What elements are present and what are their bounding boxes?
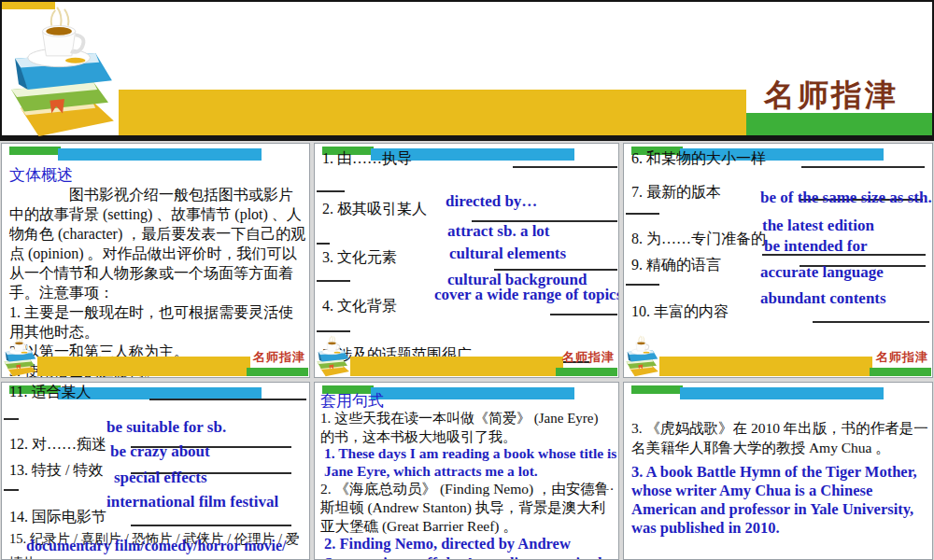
phrase-question: 2. 极其吸引某人 (322, 200, 427, 219)
blank-line (813, 321, 929, 323)
blank-fragment (4, 489, 19, 491)
blank-line (513, 166, 617, 168)
phrase-question: 3. 文化元素 (322, 248, 397, 268)
phrase-question: 6. 和某物的大小一样 (631, 149, 766, 169)
overview-intro: 图书影视介绍一般包括图书或影片中的故事背景 (setting) 、故事情节 (p… (9, 185, 306, 302)
blank-fragment (317, 190, 345, 192)
pattern-chinese: 1. 这些天我在读一本叫做《简爱》 (Jane Eyre) 的书，这本书极大地吸… (320, 409, 616, 446)
footer-brand: 名师指津 (253, 349, 305, 366)
footer-brand: 名师指津 (562, 349, 615, 366)
blank-fragment (626, 284, 659, 286)
phrase-answer: be intended for (764, 237, 868, 256)
phrase-answer: directed by… (446, 192, 537, 211)
brand-title: 名师指津 (764, 75, 934, 117)
header-bar-blue (680, 387, 884, 399)
phrase-answer: the latest edition (762, 217, 874, 235)
phrase-answer: accurate language (760, 263, 884, 282)
books-coffee-logo-icon (2, 335, 39, 377)
panel-phrases-6-10: 6. 和某物的大小一样 7. 最新的版本 be of the same size… (623, 143, 933, 378)
overview-note: 1. 主要是一般现在时，也可根据需要灵活使用其他时态。 (9, 302, 306, 342)
blank-line (149, 399, 306, 400)
panel-style-overview: 文体概述 图书影视介绍一般包括图书或影片中的故事背景 (setting) 、故事… (1, 143, 310, 378)
books-coffee-logo-icon (4, 6, 123, 138)
phrase-answer: cover a wide range of topics (434, 286, 619, 304)
panel-tiger-mother: 3. 《虎妈战歌》在 2010 年出版，书的作者是一名美籍华人耶鲁大学的教授 A… (623, 382, 933, 560)
phrase-question: 13. 特技 / 特效 (9, 461, 103, 481)
phrase-question: 10. 丰富的内容 (631, 302, 729, 322)
phrase-question: 9. 精确的语言 (631, 256, 721, 275)
pattern-english: 2. Finding Nemo, directed by Andrew Stan… (324, 534, 617, 560)
phrase-answer: be suitable for sb. (106, 418, 226, 437)
pattern-english: 1. These days I am reading a book whose … (324, 444, 619, 480)
phrase-answer: be crazy about (110, 442, 210, 461)
panel-phrases-11-15: 11. 适合某人 be suitable for sb. 12. 对……痴迷 b… (1, 382, 310, 560)
phrase-answer: international film festival (106, 493, 278, 511)
header-bar-blue (371, 387, 574, 399)
panel-sentence-patterns: 套用句式 1. 这些天我在读一本叫做《简爱》 (Jane Eyre) 的书，这本… (314, 382, 619, 560)
phrase-answer: documentary film/comedy/horror movie/ (26, 538, 286, 554)
pattern-chinese: 3. 《虎妈战歌》在 2010 年出版，书的作者是一名美籍华人耶鲁大学的教授 A… (631, 418, 928, 457)
blank-line (550, 314, 617, 315)
phrase-question: 情片 (9, 554, 36, 560)
pattern-english: 3. A book Battle Hymn of the Tiger Mothe… (631, 463, 928, 538)
pattern-chinese: 2. 《海底总动员》 (Finding Nemo) ，由安德鲁·斯坦顿 (And… (320, 480, 617, 536)
top-banner: 名师指津 (0, 0, 934, 141)
books-coffee-logo-icon (315, 335, 352, 377)
footer-green-bar (556, 368, 617, 376)
footer-yellow-bar (37, 357, 250, 376)
slides-grid: 文体概述 图书影视介绍一般包括图书或影片中的故事背景 (setting) 、故事… (0, 141, 934, 560)
phrase-question: 1. 由……执导 (322, 149, 412, 169)
header-bar-blue (58, 148, 262, 161)
phrase-answer: abundant contents (760, 289, 886, 308)
header-bar-green (9, 147, 61, 155)
phrase-answer: cultural elements (449, 245, 566, 263)
footer-yellow-bar (659, 357, 872, 376)
phrase-question: 14. 国际电影节 (9, 508, 106, 527)
phrase-question: 4. 文化背景 (322, 297, 397, 316)
panel-phrases-1-5: 1. 由……执导 directed by… 2. 极其吸引某人 attract … (314, 143, 619, 378)
phrase-question: 7. 最新的版本 (631, 183, 721, 203)
blank-line (801, 166, 925, 168)
section-title: 文体概述 (9, 164, 73, 186)
phrase-answer: be of the same size as sth. (760, 189, 932, 207)
banner-yellow-bar (119, 90, 746, 135)
header-bar-green (631, 385, 683, 394)
books-coffee-logo-icon (624, 335, 661, 377)
phrase-answer: attract sb. a lot (447, 222, 550, 241)
blank-fragment (317, 330, 350, 332)
blank-fragment (626, 213, 659, 215)
footer-green-bar (247, 368, 308, 376)
phrase-question: 12. 对……痴迷 (9, 435, 106, 455)
phrase-answer: special effects (114, 469, 207, 487)
blank-fragment (4, 418, 19, 420)
blank-fragment (317, 280, 350, 282)
footer-green-bar (870, 368, 931, 376)
phrase-question: 8. 为……专门准备的 (631, 230, 766, 249)
footer-yellow-bar (350, 357, 563, 376)
footer-brand: 名师指津 (876, 349, 928, 366)
phrase-question: 11. 适合某人 (9, 383, 91, 402)
blank-line (131, 525, 291, 526)
blank-fragment (317, 243, 330, 245)
